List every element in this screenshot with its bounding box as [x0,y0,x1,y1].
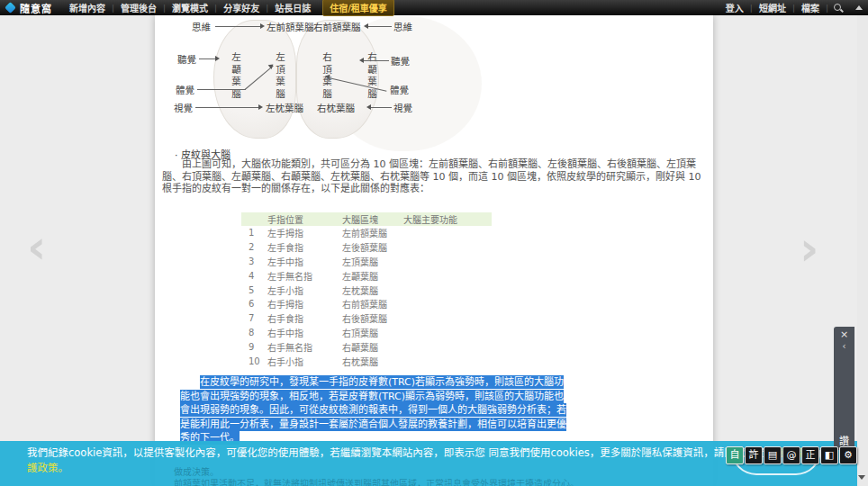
table-cell: 左前額葉腦 [342,226,403,239]
table-cell: 右手食指 [267,311,342,325]
arrow-line [195,107,258,108]
ime-half-full-button[interactable]: ◧ [820,446,838,464]
table-cell: 6 [241,299,267,309]
table-cell: 4 [241,271,267,281]
table-header-row: 手指位置大腦區塊大腦主要功能 [241,212,492,226]
selected-paragraph: 在皮紋學的研究中，發現某一手指的皮脊數(TRC)若顯示為強勢時，則該區的大腦功能… [180,375,567,446]
scroll-up-icon[interactable] [855,5,863,10]
table-row: 1左手拇指左前額葉腦 [241,226,492,240]
search-icon[interactable] [834,4,843,13]
table-row: 8右手中指右頂葉腦 [241,326,492,340]
table-cell: 1 [241,228,267,238]
table-row: 9右手無名指右顳葉腦 [241,339,492,354]
ime-xu-button[interactable]: 許 [745,446,763,464]
table-row: 6右手拇指右前額葉腦 [241,297,492,311]
table-row: 3左手中指左頂葉腦 [241,255,492,269]
background-text: 前額葉如果活動不足，就無法將抑制訊號傳送到腦部其他區域，正常訊息會受外界環境干擾… [174,476,579,486]
topbar-menu-item-2[interactable]: 瀏覽模式 [166,1,214,14]
selected-text: 在皮紋學的研究中，發現某一手指的皮脊數(TRC)若顯示為強勢時，則該區的大腦功能… [180,375,566,445]
table-cell: 左手小指 [267,284,342,297]
label-vision-left: 視覺 [174,101,193,114]
table-row: 5左手小指左枕葉腦 [241,283,492,297]
table-cell: 右手中指 [267,326,342,339]
topbar-menu-item-3[interactable]: 分享好友 [217,1,266,14]
table-cell: 左枕葉腦 [342,284,403,297]
table-cell: 右手小指 [267,355,342,368]
label-parietal-left: 左頂葉腦 [274,52,287,101]
table-cell: 左顳葉腦 [342,269,403,283]
table-cell: 左手中指 [267,255,342,268]
table-cell: 右手無名指 [267,340,342,354]
topbar-menu: 新增內容|管理後台|瀏覽模式|分享好友|站長日誌 [63,1,317,14]
site-logo[interactable]: 隨意窩 [6,1,52,15]
ime-toolbar: 自許▤@正◧⚙ [726,446,857,464]
scrollbar-track[interactable] [857,15,868,486]
ime-auto-button[interactable]: 自 [726,446,744,464]
arrow-line [364,60,389,61]
table-cell: 2 [241,242,267,252]
table-cell: 左手食指 [267,240,342,254]
table-cell: 右後額葉腦 [342,311,403,325]
close-icon[interactable]: × [834,328,854,340]
table-row: 7右手食指右後額葉腦 [241,311,492,326]
promo-link[interactable]: 住宿/租車優享 [322,0,394,16]
table-cell: 右手拇指 [267,297,342,310]
ime-symbol-panel-button[interactable]: ▤ [764,446,782,464]
label-temporal-left: 左顳葉腦 [230,52,243,101]
topbar-menu-item-4[interactable]: 站長日誌 [268,1,317,14]
arrowhead-icon [215,56,220,61]
table-cell: 10 [241,356,267,366]
label-thinking-left: 思維 [192,20,211,33]
arrow-line [199,58,215,59]
table-cell: 7 [241,313,267,323]
label-frontal-right: 右前額葉腦 [313,20,361,33]
xuite-logo-icon [5,2,16,14]
topbar-menu-item-1[interactable]: 管理後台 [114,1,163,14]
label-somatosensory-right: 體覺 [390,83,409,96]
topbar-utility-item-2[interactable]: 檔案 [795,1,826,14]
topbar-menu-item-0[interactable]: 新增內容 [63,1,112,14]
label-hearing-left: 聽覺 [177,52,196,66]
floating-side-panel: × ‹ 讚 [834,327,854,450]
intro-paragraph: 由上圖可知，大腦依功能類別，共可區分為 10 個區塊：左前額葉腦、右前額葉腦、左… [162,158,710,195]
arrowhead-icon [258,104,263,110]
site-logo-label: 隨意窩 [20,1,52,15]
menu-separator: | [826,4,828,13]
brain-diagram: 思維 左前額葉腦 右前額葉腦 思維 左顳葉腦 左頂葉腦 右頂葉腦 右顳葉腦 聽覺… [167,20,429,148]
topbar-right-menu: 登入|短網址|檔案 | [709,0,843,15]
like-button[interactable]: 讚 [834,433,854,447]
page: 隨意窩 新增內容|管理後台|瀏覽模式|分享好友|站長日誌 住宿/租車優享 登入|… [0,0,868,486]
arrow-line [197,89,246,90]
ime-at-button[interactable]: @ [782,446,800,464]
table-cell: 左頂葉腦 [342,255,403,268]
table-header-cell: 手指位置 [267,212,342,226]
scroll-down-icon[interactable] [858,475,865,480]
table-cell: 左手拇指 [267,226,342,239]
table-cell: 9 [241,342,267,352]
table-cell: 右枕葉腦 [342,355,403,368]
table-cell: 5 [241,285,267,295]
topbar-utility-item-0[interactable]: 登入 [719,1,750,14]
table-cell: 8 [241,328,267,338]
label-occipital-right: 右枕葉腦 [317,101,355,114]
table-cell: 左後額葉腦 [342,240,403,254]
arrowhead-icon [260,23,265,29]
arrow-line [215,26,260,27]
topbar-utility-item-1[interactable]: 短網址 [753,1,792,14]
previous-page-arrow[interactable]: ‹ [27,223,46,270]
label-somatosensory-left: 體覺 [176,83,194,96]
table-cell: 右前額葉腦 [342,297,403,310]
ime-traditional-button[interactable]: 正 [801,446,819,464]
chevron-left-icon[interactable]: ‹ [834,340,854,352]
label-occipital-left: 左枕葉腦 [266,101,303,114]
topbar-utility-menu: 登入|短網址|檔案 [719,1,826,14]
table-cell: 3 [241,256,267,266]
table-row: 2左手食指左後額葉腦 [241,240,492,255]
table-cell: 右顳葉腦 [342,340,403,354]
table-row: 10右手小指右枕葉腦 [241,354,492,368]
arrow-line [368,26,392,27]
table-cell: 左手無名指 [267,269,342,283]
ime-settings-button[interactable]: ⚙ [839,446,857,464]
table-cell: 右頂葉腦 [342,326,403,339]
next-page-arrow[interactable]: › [800,225,818,272]
